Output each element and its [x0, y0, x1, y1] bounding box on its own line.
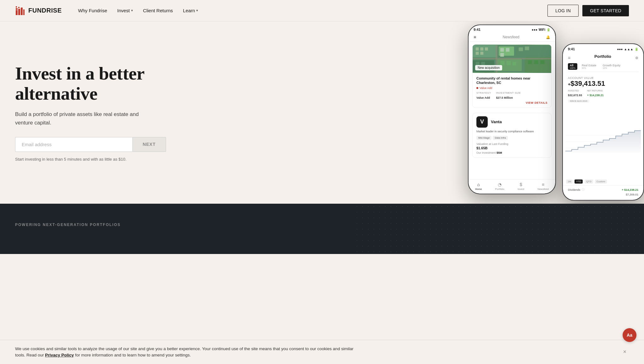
strategy-dot: [476, 87, 478, 89]
vanta-name: Vanta: [491, 119, 502, 124]
svg-rect-21: [500, 48, 504, 52]
logo[interactable]: FUNDRISE: [15, 6, 62, 16]
home-icon: ⌂: [477, 182, 480, 187]
phone-1-screen: 9:41 ●●● WiFi 🔋 ≡ Newsfeed 🔔: [469, 25, 555, 194]
property-badge: New acquisition: [475, 65, 502, 70]
hero-title: Invest in a better alternative: [15, 63, 191, 104]
view-details-link[interactable]: VIEW DETAILS: [476, 101, 547, 104]
login-button[interactable]: LOG IN: [547, 5, 579, 17]
invest-chevron-icon: ▾: [131, 8, 133, 13]
svg-rect-20: [480, 52, 483, 55]
phone-2-status-bar: 9:41 ●●●▲▲▲🔋: [563, 44, 643, 52]
bottom-nav-portfolio[interactable]: ◔ Portfolio: [495, 182, 504, 190]
vanta-card: V Vanta Market leader in security compli…: [472, 113, 552, 158]
svg-rect-29: [506, 61, 511, 65]
property-title: Community of rental homes near Charlesto…: [476, 76, 547, 85]
phone-2: 9:41 ●●●▲▲▲🔋 ≡ Portfolio ⊕: [562, 43, 644, 201]
strategy-badge: Value Add: [476, 86, 547, 90]
bottom-nav-home[interactable]: ⌂ Home: [475, 182, 482, 190]
svg-rect-5: [16, 6, 17, 8]
tab-all[interactable]: All 100%: [568, 63, 577, 70]
learn-chevron-icon: ▾: [196, 8, 198, 13]
tag-data-infra: Data Infra: [493, 136, 508, 140]
meta-strategy: STRATEGY Value Add: [476, 91, 491, 100]
portfolio-title: Portfolio: [570, 54, 635, 59]
second-returns-row: $7,309.01: [568, 193, 638, 196]
nav-why-fundrise[interactable]: Why Fundrise: [74, 5, 111, 16]
svg-rect-32: [534, 60, 538, 64]
nav-links: Why Fundrise Invest ▾ Client Returns Lea…: [74, 5, 202, 16]
svg-rect-0: [16, 10, 18, 15]
svg-rect-19: [476, 52, 479, 55]
vanta-valuation-label: Valuation at Last Funding: [476, 142, 547, 146]
phone-1-nav-title: Newsfeed: [476, 35, 546, 39]
phone-1: 9:41 ●●● WiFi 🔋 ≡ Newsfeed 🔔: [468, 25, 556, 194]
chart-area: [563, 105, 643, 178]
returns-stat: NET RETURNS + $14,238.21: [587, 90, 604, 97]
hero-subtitle: Build a portfolio of private assets like…: [15, 110, 153, 127]
vanta-header: V Vanta: [476, 116, 547, 128]
nav-invest[interactable]: Invest ▾: [114, 5, 137, 16]
property-meta: STRATEGY Value Add INVESTMENT SIZE $27.5…: [476, 91, 547, 100]
svg-rect-31: [528, 60, 532, 64]
logo-text: FUNDRISE: [28, 7, 62, 14]
account-stats: INVESTED $32,672.93 NET RETURNS + $14,23…: [568, 90, 638, 97]
account-value: +$39,413.51: [568, 80, 638, 88]
account-value-section: ACCOUNT VALUE +$39,413.51 INVESTED $32,6…: [563, 73, 643, 105]
portfolio-returns: Dividends ⓘ + $14,238.21 $7,309.01: [563, 185, 643, 200]
bottom-nav-invest[interactable]: $ Invest: [518, 182, 524, 190]
svg-rect-25: [525, 47, 529, 50]
dividends-label: Dividends ⓘ: [568, 188, 585, 192]
svg-rect-22: [506, 48, 509, 52]
phone-1-status-bar: 9:41 ●●● WiFi 🔋: [469, 25, 555, 33]
svg-rect-1: [16, 8, 18, 10]
phone-2-header: ≡ Portfolio ⊕ All 100% Real Estate 90: [563, 52, 643, 73]
vanta-logo: V: [476, 116, 488, 128]
nav-learn[interactable]: Learn ▾: [179, 5, 202, 16]
dark-section: POWERING NEXT-GENERATION PORTFOLIOS: [0, 204, 644, 254]
portfolio-tabs: All 100% Real Estate 90% Growth Equity 1…: [568, 63, 638, 72]
filter-custom[interactable]: Custom: [595, 179, 607, 184]
nav-client-returns[interactable]: Client Returns: [139, 5, 177, 16]
hero-content: Invest in a better alternative Build a p…: [15, 63, 191, 162]
filter-qtd[interactable]: QTD: [585, 179, 593, 184]
tab-growth-equity[interactable]: Growth Equity 10%: [601, 63, 622, 70]
filter-1m[interactable]: 1M: [566, 179, 573, 184]
svg-rect-18: [485, 47, 488, 51]
filter-ytd[interactable]: YTD: [575, 179, 583, 184]
svg-rect-16: [476, 47, 479, 51]
portfolio-chart: [565, 106, 641, 177]
hero-phones: 9:41 ●●● WiFi 🔋 ≡ Newsfeed 🔔: [468, 25, 644, 201]
second-value: $7,309.01: [626, 193, 638, 196]
since-label: SINCE AUG 2019: [568, 100, 589, 102]
phone-2-screen: 9:41 ●●●▲▲▲🔋 ≡ Portfolio ⊕: [563, 44, 643, 200]
newsfeed-icon: ≡: [542, 182, 544, 187]
chart-filters: 1M YTD QTD Custom: [563, 178, 643, 185]
svg-rect-6: [18, 7, 19, 8]
tab-real-estate[interactable]: Real Estate 90%: [580, 63, 598, 70]
svg-rect-2: [18, 9, 20, 15]
logo-icon: [15, 6, 25, 16]
property-details: Community of rental homes near Charlesto…: [473, 73, 551, 108]
email-input[interactable]: [15, 137, 132, 152]
meta-size: INVESTMENT SIZE $27.5 Million: [496, 91, 521, 100]
get-started-button[interactable]: GET STARTED: [582, 5, 629, 16]
vanta-valuation-value: $1.65B: [476, 146, 547, 150]
phone-wrapper: 9:41 ●●● WiFi 🔋 ≡ Newsfeed 🔔: [468, 25, 644, 201]
svg-rect-17: [480, 47, 483, 51]
svg-rect-4: [23, 9, 25, 15]
svg-rect-10: [516, 45, 534, 56]
vanta-tags: Mid-Stage Data Infra: [476, 136, 547, 140]
vanta-investment-label: Our Investment $5M: [476, 151, 547, 154]
svg-rect-15: [473, 58, 551, 59]
navbar-right: LOG IN GET STARTED: [547, 5, 629, 17]
property-card: New acquisition Community of rental home…: [472, 44, 552, 108]
svg-rect-13: [525, 57, 551, 73]
svg-rect-24: [519, 47, 523, 51]
svg-rect-28: [500, 61, 505, 65]
email-form: NEXT: [15, 137, 166, 152]
strategy-text: Value Add: [480, 86, 492, 90]
next-button[interactable]: NEXT: [132, 137, 166, 152]
account-value-label: ACCOUNT VALUE: [568, 76, 638, 80]
bottom-nav-newsfeed[interactable]: ≡ Newsfeed: [537, 182, 549, 190]
